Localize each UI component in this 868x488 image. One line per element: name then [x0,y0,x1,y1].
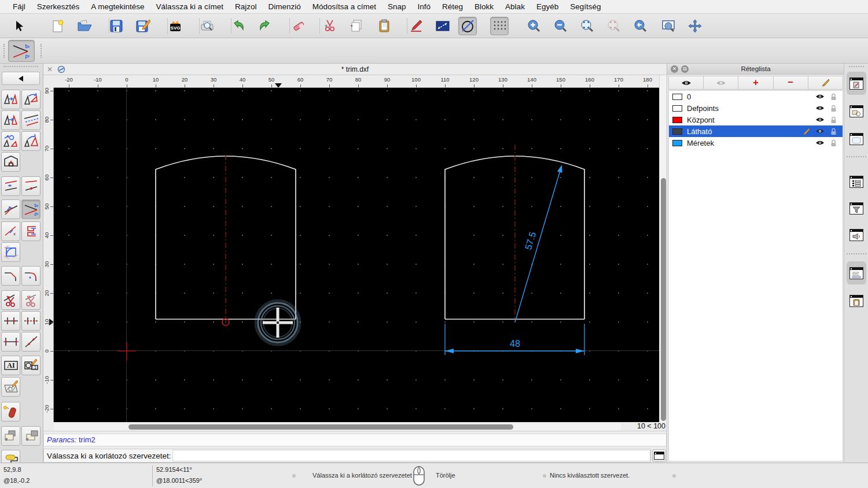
gap-tool-button[interactable] [1,332,20,352]
layer-lock-icon[interactable] [830,105,837,112]
detach-panel-icon[interactable]: ⧉ [681,65,689,73]
text-tool-button[interactable]: AI [1,356,20,375]
show-all-layers-button[interactable] [668,76,704,90]
zoom-selection-button[interactable] [605,17,623,35]
menu-dimenzi-[interactable]: Dimenzió [262,0,306,14]
order-back-tool-button[interactable] [21,426,41,446]
layer-visibility-eye-icon[interactable] [815,105,825,111]
menu-snap[interactable]: Snap [382,0,412,14]
paint-tool-button[interactable] [1,450,20,463]
undo-button[interactable] [229,17,248,35]
menu-blokk[interactable]: Blokk [469,0,499,14]
move-tool-button[interactable] [1,90,20,109]
dimension-edit-tool-button[interactable]: .1 [21,356,41,375]
bevel-tool-button[interactable] [1,266,20,286]
trim-two-tool-button[interactable] [21,199,41,219]
open-file-button[interactable] [75,17,94,35]
copy-button[interactable]: + [347,17,366,35]
cut-tool-button[interactable] [1,290,20,310]
layer-visibility-eye-icon[interactable] [815,140,825,146]
palette-back-button[interactable] [2,72,40,85]
edit-layer-button[interactable] [808,76,843,90]
horizontal-scrollbar[interactable] [54,423,621,431]
layer-edit-pencil-icon[interactable] [802,128,810,135]
explode-tool-button[interactable] [1,402,20,422]
scale-tool-button[interactable] [21,131,41,151]
paste-button[interactable] [375,17,393,35]
command-history-window-button[interactable] [847,223,866,246]
zoom-auto-button[interactable] [578,17,597,35]
layer-visibility-eye-icon[interactable] [815,117,825,123]
menu-rajzol[interactable]: Rajzol [229,0,263,14]
save-button[interactable] [107,17,126,35]
save-as-button[interactable] [134,17,152,35]
lengthen-amount-tool-button[interactable]: x [1,221,20,241]
layer-lock-icon[interactable] [830,116,837,124]
print-preview-button[interactable] [198,17,216,35]
polyline-arc-tool-button[interactable] [1,242,20,262]
layer-lock-icon[interactable] [830,128,837,135]
menu-m-dos-tsa-a-c-met[interactable]: Módosítsa a címet [307,0,382,14]
cut-two-tool-button[interactable] [21,290,41,310]
menu-r-teg[interactable]: Réteg [436,0,469,14]
menu-inf-[interactable]: Infó [412,0,437,14]
zoom-out-button[interactable] [551,17,570,35]
vertical-scrollbar-thumb[interactable] [661,178,666,421]
selection-filter-window-button[interactable] [847,197,866,220]
menu-ablak[interactable]: Ablak [499,0,531,14]
menu-a-megtekint-se[interactable]: A megtekintése [85,0,150,14]
lengthen-tool-button[interactable] [1,176,20,196]
menu-egy-b[interactable]: Egyéb [531,0,564,14]
layer-list-window-button[interactable] [847,72,866,95]
hatch-tool-button[interactable] [1,377,20,397]
divide-tool-button[interactable] [1,311,20,331]
layer-row-l-that-[interactable]: Látható [669,125,843,137]
rotate-tool-button[interactable] [21,90,41,109]
add-layer-button[interactable]: + [738,76,773,90]
dimension-button[interactable] [433,17,452,35]
layer-lock-icon[interactable] [830,139,837,147]
trim-tool-button[interactable] [1,199,20,219]
menu-seg-ts-g[interactable]: Segítség [564,0,606,14]
split-points-tool-button[interactable] [21,332,41,352]
layer-lock-icon[interactable] [830,93,837,101]
zoom-previous-button[interactable] [631,17,650,35]
layer-visibility-eye-icon[interactable] [815,128,825,134]
cut-button[interactable]: + [321,17,339,35]
lengthen-point-tool-button[interactable] [21,176,41,196]
pan-button[interactable] [686,17,704,35]
layer-row-0[interactable]: 0 [669,91,843,102]
command-line-window-button[interactable] [847,261,866,284]
vertical-scrollbar[interactable] [659,75,667,422]
command-detach-button[interactable] [652,449,666,462]
active-tool-button[interactable] [8,40,35,62]
order-front-tool-button[interactable] [1,426,20,446]
offset-copy-tool-button[interactable] [21,221,41,241]
zoom-window-button[interactable] [659,17,678,35]
layer-row-m-retek[interactable]: Méretek [669,137,843,149]
select-arrow-button[interactable] [10,17,28,35]
block-list-window-button[interactable] [847,99,866,123]
delete-button[interactable] [289,17,308,35]
draft-mode-button[interactable] [458,17,477,35]
hide-all-layers-button[interactable] [704,76,738,90]
zoom-in-button[interactable] [525,17,543,35]
menu-szerkeszt-s[interactable]: Szerkesztés [31,0,86,14]
clipboard-window-button[interactable] [847,289,866,312]
remove-layer-button[interactable]: − [774,76,808,90]
layer-row-k-zpont[interactable]: Központ [669,114,843,125]
svg-export-button[interactable]: SVG [166,17,185,35]
redo-button[interactable] [256,17,274,35]
horizontal-scrollbar-thumb[interactable] [128,424,513,430]
layer-visibility-eye-icon[interactable] [815,94,825,99]
command-input[interactable] [172,450,650,461]
close-panel-icon[interactable]: ✕ [671,65,678,73]
offset-tool-button[interactable] [21,110,41,130]
mirror-tool-button[interactable] [1,110,20,130]
menu-f-jl[interactable]: Fájl [7,0,31,14]
stretch-tool-button[interactable] [1,152,20,172]
grid-toggle-button[interactable] [490,17,509,35]
new-file-button[interactable] [49,17,67,35]
property-list-window-button[interactable] [847,170,866,193]
layer-row-defpoints[interactable]: Defpoints [669,102,843,114]
